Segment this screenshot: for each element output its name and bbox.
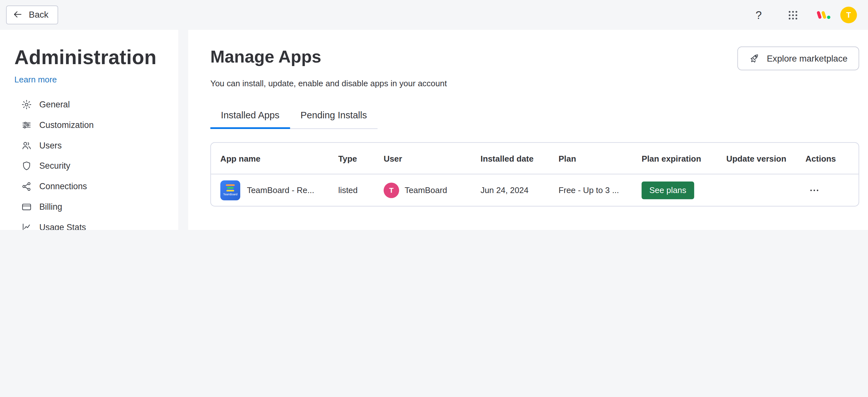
admin-page: Back ? T Administra: [0, 0, 868, 230]
app-name: TeamBoard - Re...: [247, 185, 314, 195]
content: Administration Learn more General Custom…: [0, 30, 868, 230]
shield-icon: [21, 160, 32, 172]
sidebar-item-label: Customization: [39, 120, 94, 130]
sidebar-item-label: Users: [39, 140, 62, 151]
column-header-user: User: [384, 154, 480, 163]
user-avatar: T: [384, 183, 399, 198]
sidebar-item-label: Usage Stats: [39, 222, 86, 230]
sidebar-item-customization[interactable]: Customization: [14, 115, 163, 135]
app-type: listed: [338, 185, 384, 195]
sidebar-item-usage-stats[interactable]: Usage Stats: [14, 217, 163, 230]
app-icon-label: TeamBoard: [223, 193, 237, 196]
nodes-icon: [21, 181, 32, 192]
topbar-right: ? T: [755, 7, 857, 24]
see-plans-button[interactable]: See plans: [642, 181, 694, 199]
arrow-left-icon: [13, 9, 24, 21]
table-header-row: App name Type User Installed date Plan P…: [211, 143, 859, 174]
column-header-type: Type: [338, 154, 384, 163]
sidebar-item-users[interactable]: Users: [14, 135, 163, 156]
column-header-actions: Actions: [805, 154, 859, 163]
help-question-icon[interactable]: ?: [755, 9, 762, 22]
column-header-plan: Plan: [558, 154, 642, 163]
main-header-text: Manage Apps You can install, update, ena…: [210, 46, 447, 88]
learn-more-link[interactable]: Learn more: [14, 75, 57, 84]
user-name: TeamBoard: [405, 185, 447, 195]
sidebar-menu: General Customization Users: [14, 94, 163, 230]
credit-card-icon: [21, 201, 32, 212]
sidebar-item-billing[interactable]: Billing: [14, 197, 163, 217]
table-row[interactable]: TeamBoard TeamBoard - Re... listed T Tea…: [211, 174, 859, 206]
users-icon: [21, 140, 32, 151]
sidebar-title: Administration: [14, 45, 163, 70]
plan-expiration-cell: See plans: [642, 181, 726, 199]
line-chart-icon: [21, 222, 32, 230]
sidebar-item-security[interactable]: Security: [14, 156, 163, 176]
topbar: Back ? T: [0, 0, 868, 30]
apps-grid-icon[interactable]: [787, 9, 799, 21]
teamboard-app-icon: TeamBoard: [220, 180, 240, 200]
column-header-installed-date: Installed date: [480, 154, 558, 163]
sidebar-item-label: Connections: [39, 181, 87, 192]
column-header-update-version: Update version: [726, 154, 805, 163]
installed-apps-table: App name Type User Installed date Plan P…: [210, 142, 859, 206]
page-subtitle: You can install, update, enable and disa…: [210, 78, 447, 88]
more-horizontal-icon[interactable]: [805, 183, 823, 198]
user-avatar[interactable]: T: [840, 7, 857, 24]
main-panel: Manage Apps You can install, update, ena…: [188, 30, 868, 230]
admin-sidebar: Administration Learn more General Custom…: [0, 30, 178, 230]
plan: Free - Up to 3 ...: [558, 185, 642, 195]
rocket-icon: [749, 53, 760, 64]
tab-installed-apps[interactable]: Installed Apps: [210, 110, 290, 128]
tab-bar: Installed Apps Pending Installs: [210, 110, 377, 129]
main-header: Manage Apps You can install, update, ena…: [210, 46, 859, 88]
app-name-cell: TeamBoard TeamBoard - Re...: [220, 180, 338, 200]
sidebar-item-label: General: [39, 99, 70, 109]
sidebar-item-label: Billing: [39, 202, 62, 212]
page-title: Manage Apps: [210, 46, 447, 68]
sidebar-item-label: Security: [39, 161, 70, 171]
actions-cell: [805, 183, 859, 198]
sliders-icon: [21, 119, 32, 131]
back-button-label: Back: [29, 10, 49, 20]
column-header-app-name: App name: [220, 154, 338, 163]
back-button[interactable]: Back: [6, 5, 58, 24]
installed-date: Jun 24, 2024: [480, 185, 558, 195]
explore-marketplace-label: Explore marketplace: [767, 54, 847, 64]
gear-icon: [21, 99, 32, 110]
explore-marketplace-button[interactable]: Explore marketplace: [738, 46, 859, 70]
sidebar-item-general[interactable]: General: [14, 94, 163, 115]
tab-pending-installs[interactable]: Pending Installs: [290, 110, 377, 128]
user-cell: T TeamBoard: [384, 183, 480, 198]
sidebar-item-connections[interactable]: Connections: [14, 176, 163, 197]
monday-logo-icon[interactable]: [816, 9, 831, 21]
column-header-plan-expiration: Plan expiration: [642, 154, 726, 163]
